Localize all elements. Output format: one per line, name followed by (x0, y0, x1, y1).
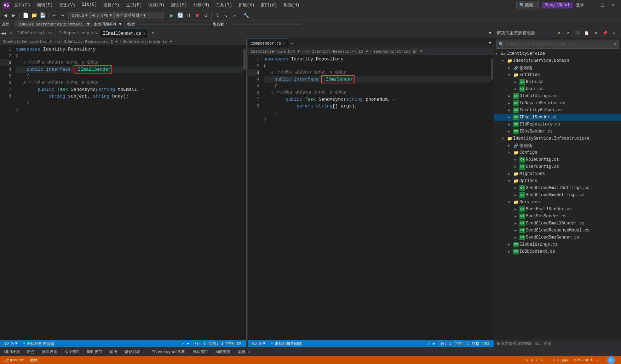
step-into-button[interactable]: ↘ (222, 12, 230, 19)
tree-infrastructure[interactable]: ▼ 📁 IdentityService.Infrastructure (494, 135, 621, 142)
tree-services[interactable]: ▼ 📁 Services (494, 199, 621, 206)
tree-mockemailsender[interactable]: ▶ C# MockEmailSender.cs (494, 206, 621, 213)
tree-migrations[interactable]: ▶ 📁 Migrations (494, 170, 621, 177)
tree-sendcloudresponsemodel[interactable]: ▶ C# SendCloudResponseModel.cs (494, 227, 621, 234)
tree-sendcloudsmssender[interactable]: ▶ C# SendCloudSmsSender.cs (494, 234, 621, 241)
open-button[interactable]: 📁 (30, 12, 38, 19)
tree-user[interactable]: ▶ C# User.cs (494, 86, 621, 93)
undo-button[interactable]: ↩ (50, 12, 58, 19)
btn-autowindow[interactable]: 自动窗口 (191, 348, 209, 355)
btn-locals[interactable]: 局部变量 (214, 348, 232, 355)
menu-edit[interactable]: 编辑(E) (34, 1, 56, 9)
title-search[interactable]: 🔍 搜索… (516, 1, 539, 9)
btn-exceptions[interactable]: 异常设置 (40, 348, 59, 355)
left-code-editor[interactable]: 1 2 3 4 5 6 7 8 namespace Identity.Repos… (0, 45, 246, 340)
tree-domain[interactable]: ▼ 📁 IdentityService.Domain (494, 57, 621, 64)
menu-view[interactable]: 视图(V) (56, 1, 78, 9)
menu-window[interactable]: 窗口(W) (258, 1, 280, 9)
tab-idrepository[interactable]: IdRepository.cs (56, 29, 100, 38)
se-close-button[interactable]: ✕ (610, 29, 618, 37)
status-avatar[interactable]: E (604, 356, 618, 364)
platform-dropdown[interactable]: Any CPU ▼ (90, 12, 114, 19)
process-dropdown[interactable]: [19680] SearchService.WebAPI. ▼ (15, 22, 92, 27)
left-bc-class[interactable]: ◇◇ Identity.Repository.I ▼ (57, 39, 118, 44)
btn-watch1[interactable]: 监视 1 (236, 348, 252, 355)
save-all-button[interactable]: 💾 (39, 12, 46, 19)
tree-options[interactable]: ▼ 📁 Options (494, 177, 621, 184)
debug-config-dropdown[interactable]: Debug ▼ (70, 12, 90, 19)
menu-analyze[interactable]: 分析(N) (190, 1, 212, 9)
stack-dropdown[interactable] (230, 24, 300, 25)
tree-sendcloudemailsender[interactable]: ▶ C# SendCloudEmailSender.cs (494, 220, 621, 227)
close-button[interactable]: ✕ (608, 2, 618, 9)
se-sync-button[interactable]: ⇄ (555, 29, 563, 37)
btn-output[interactable]: 输出 (108, 348, 119, 355)
tab-iemailsender[interactable]: IEmailSender.cs ✕ (100, 29, 149, 38)
menu-file[interactable]: 文件(F) (11, 1, 33, 9)
tree-mocksmssender[interactable]: ▶ C# MockSmsSender.cs (494, 213, 621, 220)
step-over-button[interactable]: ⤵ (213, 12, 221, 19)
tree-configs[interactable]: ▼ 📁 Configs (494, 149, 621, 156)
se-refresh-button[interactable]: ↺ (564, 29, 572, 37)
left-scroll-thumb[interactable] (243, 49, 246, 70)
right-scrollbar[interactable] (491, 55, 494, 340)
se-properties-button[interactable]: 📋 (583, 29, 591, 37)
btn-immediate[interactable]: 即时窗口 (86, 348, 104, 355)
tree-ismssender[interactable]: ▶ C# ISmsSender.cs (494, 128, 621, 135)
tree-entities[interactable]: ▼ 📁 Entities (494, 71, 621, 78)
maximize-button[interactable]: □ (598, 2, 608, 9)
right-bc-class[interactable]: ◇◇ Identity.Repository.IS ▼ (305, 49, 368, 54)
left-check[interactable]: ✓ ▼ (181, 340, 191, 347)
left-zoom[interactable]: 85 % ▼ (3, 340, 19, 347)
tree-domain-dep[interactable]: ▶ 🔗 依赖项 (494, 64, 621, 71)
menu-tools[interactable]: 工具(T) (213, 1, 235, 9)
right-issues[interactable]: ● 未找到相关问题 (270, 340, 304, 347)
status-net[interactable]: net-noti... (573, 356, 601, 364)
forward-button[interactable]: ▶ (10, 12, 18, 19)
profile-name[interactable]: Peng-VNext (542, 2, 573, 8)
step-out-button[interactable]: ↗ (230, 12, 238, 19)
tree-infra-dep[interactable]: ▶ 🔗 依赖项 (494, 142, 621, 149)
right-pane-overflow[interactable]: ▼ (487, 39, 494, 48)
refresh-button[interactable]: ↺ (202, 12, 209, 19)
menu-extensions[interactable]: 扩展(X) (236, 1, 258, 9)
login-label[interactable]: 登录 (576, 2, 584, 8)
menu-build[interactable]: 生成(B) (123, 1, 145, 9)
tree-sendcloudsmssettings[interactable]: ▶ C# SendCloudSmsSettings.cs (494, 192, 621, 199)
btn-callstack[interactable]: 调用堆栈 (3, 348, 21, 355)
menu-project[interactable]: 项目(P) (100, 1, 122, 9)
menu-git[interactable]: Git(G) (79, 1, 100, 9)
tree-globalusings-infra[interactable]: ▶ C# GlobalUsings.cs (494, 241, 621, 248)
redo-button[interactable]: ↪ (59, 12, 67, 19)
right-code-editor[interactable]: 1 2 3 4 5 6 7 8 namespace Identity.Repos… (248, 55, 494, 340)
left-bc-method[interactable]: SendAsync(string to ▼ (123, 40, 172, 44)
right-bc-namespace[interactable]: IdentityService.Dom ▼ (251, 49, 300, 54)
tree-iidrepository[interactable]: ▶ C# IIdRepository.cs (494, 121, 621, 128)
thread-dropdown[interactable] (140, 24, 211, 25)
btn-breakpoints[interactable]: 断点 (25, 348, 36, 355)
right-tab-close[interactable]: ✕ (283, 41, 285, 46)
tree-identityhelper[interactable]: ▶ C# IdentityHelper.cs (494, 107, 621, 114)
tree-iddomainservice[interactable]: ▶ C# IdDomainService.cs (494, 100, 621, 107)
stop-button[interactable]: ■ (193, 12, 201, 19)
btn-command[interactable]: 命令窗口 (63, 348, 81, 355)
more-tools-button[interactable]: 🔧 (242, 12, 250, 19)
left-bc-namespace[interactable]: IdentityService.Dom ▼ (3, 40, 52, 44)
se-settings-button[interactable]: ⚙ (592, 29, 600, 37)
left-scrollbar[interactable] (243, 45, 246, 340)
start-debug-button[interactable]: ▶ (168, 12, 176, 19)
tab-overflow-button[interactable]: ▼ (487, 29, 494, 38)
tree-iddbcontext[interactable]: ▶ C# IdDbContext.cs (494, 248, 621, 255)
status-branch[interactable]: ⎇ master (3, 356, 26, 364)
new-file-button[interactable]: 📄 (22, 12, 29, 19)
back-button[interactable]: ◀ (1, 12, 9, 19)
btn-errorlist[interactable]: 错误列表 … (123, 348, 146, 355)
tree-iemailsender[interactable]: ▶ C# IEmailSender.cs (494, 114, 621, 121)
btn-saveasync[interactable]: "SaveAsync"实现 (150, 348, 187, 355)
status-errors[interactable]: ✓ ✓ 99+ (552, 356, 570, 364)
restart-button[interactable]: 🔄 (176, 12, 184, 19)
tab-nav-left[interactable]: ◀◀ (0, 29, 7, 38)
startup-project-dropdown[interactable]: 多个启动项目> ▼ (114, 12, 164, 19)
tree-solution[interactable]: ▼ 🗂 IdentityService (494, 50, 621, 57)
right-tab-add[interactable]: + (288, 40, 296, 48)
